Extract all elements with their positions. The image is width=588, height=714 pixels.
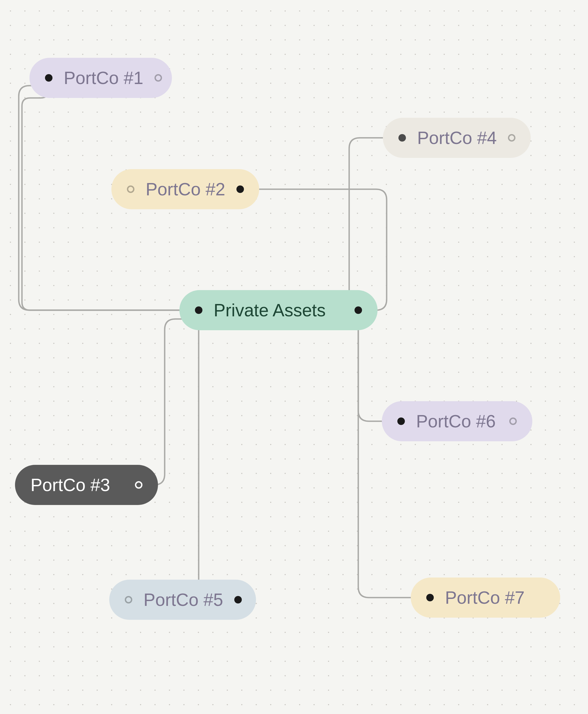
node-label: PortCo #3 (30, 475, 110, 495)
port-left[interactable] (398, 134, 406, 142)
port-left[interactable] (125, 596, 132, 604)
edge-portco-4 (349, 138, 402, 310)
diagram-canvas: Private Assets PortCo #1 PortCo #2 PortC… (0, 0, 588, 714)
node-portco-2[interactable]: PortCo #2 (111, 169, 259, 209)
port-left[interactable] (195, 306, 203, 314)
node-label: Private Assets (214, 300, 326, 320)
node-portco-7[interactable]: PortCo #7 (411, 578, 560, 618)
node-label: PortCo #6 (416, 411, 496, 431)
node-portco-3[interactable]: PortCo #3 (15, 465, 158, 505)
edge-portco-7 (358, 310, 430, 598)
port-right[interactable] (355, 306, 362, 314)
port-left[interactable] (397, 417, 405, 425)
node-portco-6[interactable]: PortCo #6 (382, 401, 532, 441)
port-left[interactable] (426, 594, 434, 601)
port-right[interactable] (236, 186, 244, 193)
node-portco-1[interactable]: PortCo #1 (29, 58, 172, 98)
node-label: PortCo #7 (445, 587, 525, 608)
port-left[interactable] (45, 74, 52, 82)
node-label: PortCo #4 (417, 128, 497, 148)
port-right[interactable] (234, 596, 242, 604)
port-right[interactable] (154, 74, 162, 82)
node-private-assets[interactable]: Private Assets (180, 290, 378, 330)
node-portco-4[interactable]: PortCo #4 (383, 118, 531, 158)
node-label: PortCo #2 (146, 179, 225, 199)
edges (22, 78, 430, 600)
node-label: PortCo #5 (144, 589, 223, 610)
edge-portco-3 (138, 310, 199, 485)
node-label: PortCo #1 (64, 68, 143, 88)
port-left[interactable] (127, 186, 134, 193)
port-right[interactable] (135, 481, 143, 489)
port-right[interactable] (508, 134, 516, 142)
edge-portco-5-final (199, 310, 237, 600)
node-portco-5[interactable]: PortCo #5 (109, 580, 256, 620)
port-right[interactable] (509, 417, 517, 425)
